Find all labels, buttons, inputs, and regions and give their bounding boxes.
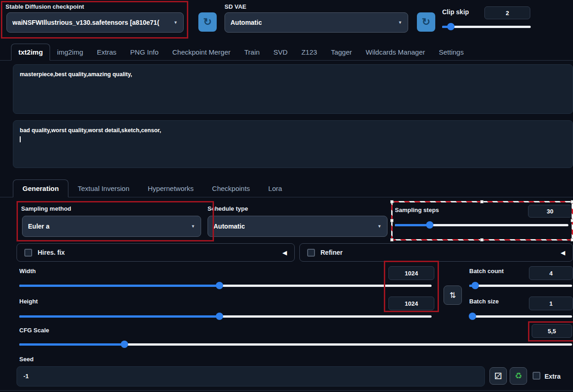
tab-txt2img[interactable]: txt2img xyxy=(11,44,50,61)
width-slider[interactable] xyxy=(19,282,432,290)
sd-vae-label: SD VAE xyxy=(225,3,246,10)
tab-svd[interactable]: SVD xyxy=(267,44,295,60)
hires-fix-accordion[interactable]: Hires. fix ◀ xyxy=(17,243,295,262)
slider-knob[interactable] xyxy=(216,313,223,320)
sampling-method-dropdown[interactable]: Euler a ▼ xyxy=(22,216,201,237)
tab-z123[interactable]: Z123 xyxy=(294,44,324,60)
schedule-type-value: Automatic xyxy=(213,223,245,230)
slider-fill xyxy=(19,285,219,287)
chevron-down-icon: ▼ xyxy=(191,224,195,229)
reuse-seed-button[interactable]: ♻ xyxy=(510,367,527,385)
tab-hypernetworks[interactable]: Hypernetworks xyxy=(139,180,203,197)
batch-count-number-input[interactable]: 4 xyxy=(529,266,573,280)
clip-skip-label: Clip skip xyxy=(442,8,469,16)
width-number-input[interactable]: 1024 xyxy=(388,266,434,280)
negative-prompt-textarea[interactable]: bad quality,worst quality,worst detail,s… xyxy=(13,120,573,168)
refiner-checkbox[interactable] xyxy=(307,249,315,257)
cfg-scale-number-input[interactable]: 5,5 xyxy=(532,324,572,338)
sampling-steps-number-input[interactable]: 30 xyxy=(528,205,572,218)
tab-img2img[interactable]: img2img xyxy=(50,44,90,60)
slider-knob[interactable] xyxy=(447,23,455,30)
height-slider[interactable] xyxy=(19,313,432,320)
refresh-vae-button[interactable]: ↻ xyxy=(417,12,435,32)
chevron-down-icon: ▼ xyxy=(174,20,178,25)
batch-size-label: Batch size xyxy=(469,298,499,305)
stable-diffusion-webui: Stable Diffusion checkpoint waiNSFWIllus… xyxy=(0,0,573,392)
width-label: Width xyxy=(19,268,36,274)
checkpoint-label: Stable Diffusion checkpoint xyxy=(6,3,84,10)
slider-fill xyxy=(19,315,219,318)
refiner-accordion[interactable]: Refiner ◀ xyxy=(299,243,573,262)
swap-axes-icon: ⇅ xyxy=(449,291,456,300)
batch-size-slider[interactable] xyxy=(469,313,572,320)
checkpoint-dropdown[interactable]: waiNSFWIllustrious_v130.safetensors [a81… xyxy=(6,12,184,33)
cfg-scale-label: CFG Scale xyxy=(19,327,49,334)
hires-fix-label: Hires. fix xyxy=(38,249,65,256)
bottom-divider xyxy=(0,390,573,391)
sampling-steps-slider[interactable] xyxy=(395,221,568,229)
dice-icon: ⚂ xyxy=(494,371,502,381)
refresh-icon: ↻ xyxy=(422,16,430,28)
collapse-arrow-icon[interactable]: ◀ xyxy=(561,249,565,256)
height-number-input[interactable]: 1024 xyxy=(388,297,434,310)
seed-label: Seed xyxy=(19,356,34,363)
refresh-icon: ↻ xyxy=(203,16,212,28)
collapse-arrow-icon[interactable]: ◀ xyxy=(282,249,287,256)
sd-vae-value: Automatic xyxy=(230,19,262,26)
random-seed-button[interactable]: ⚂ xyxy=(489,367,507,385)
sampling-method-label: Sampling method xyxy=(21,205,71,212)
tab-lora[interactable]: Lora xyxy=(259,180,291,197)
checkpoint-value: waiNSFWIllustrious_v130.safetensors [a81… xyxy=(12,19,159,26)
text-cursor xyxy=(20,136,21,142)
slider-track[interactable] xyxy=(469,285,572,287)
chevron-down-icon: ▼ xyxy=(377,224,382,229)
slider-track[interactable] xyxy=(442,26,531,28)
seed-extra-label: Extra xyxy=(545,373,561,380)
clip-skip-slider[interactable] xyxy=(442,23,531,31)
tab-png-info[interactable]: PNG Info xyxy=(124,44,166,60)
height-label: Height xyxy=(19,298,38,305)
slider-knob[interactable] xyxy=(121,341,128,348)
tab-tagger[interactable]: Tagger xyxy=(324,44,359,60)
schedule-type-label: Schedule type xyxy=(208,205,248,212)
batch-size-number-input[interactable]: 1 xyxy=(529,297,573,310)
refiner-label: Refiner xyxy=(320,249,343,256)
sub-tab-bar: GenerationTextual InversionHypernetworks… xyxy=(0,177,573,197)
seed-extra-checkbox[interactable] xyxy=(533,372,540,380)
refresh-checkpoint-button[interactable]: ↻ xyxy=(198,12,217,32)
tab-checkpoint-merger[interactable]: Checkpoint Merger xyxy=(165,44,237,60)
tab-checkpoints[interactable]: Checkpoints xyxy=(203,180,259,197)
slider-track[interactable] xyxy=(469,315,572,318)
seed-value: -1 xyxy=(23,372,29,381)
sampling-method-value: Euler a xyxy=(28,223,50,230)
negative-prompt-text: bad quality,worst quality,worst detail,s… xyxy=(20,127,161,134)
slider-fill xyxy=(395,224,430,226)
batch-count-slider[interactable] xyxy=(469,282,572,290)
slider-knob[interactable] xyxy=(469,313,476,320)
cfg-scale-slider[interactable] xyxy=(19,341,572,348)
tab-train[interactable]: Train xyxy=(237,44,267,60)
batch-count-label: Batch count xyxy=(469,268,504,274)
tab-extras[interactable]: Extras xyxy=(90,44,124,60)
tab-textual-inversion[interactable]: Textual Inversion xyxy=(68,180,139,197)
slider-knob[interactable] xyxy=(472,282,479,289)
slider-fill xyxy=(19,343,124,346)
schedule-type-dropdown[interactable]: Automatic ▼ xyxy=(208,216,388,237)
swap-dimensions-button[interactable]: ⇅ xyxy=(444,286,462,305)
prompt-textarea[interactable]: masterpiece,best quality,amazing quality… xyxy=(13,64,573,114)
main-tab-bar: txt2imgimg2imgExtrasPNG InfoCheckpoint M… xyxy=(0,43,573,61)
prompt-text: masterpiece,best quality,amazing quality… xyxy=(20,71,132,78)
slider-knob[interactable] xyxy=(426,221,433,229)
tab-settings[interactable]: Settings xyxy=(432,44,471,60)
chevron-down-icon: ▼ xyxy=(398,20,402,25)
seed-input[interactable]: -1 xyxy=(17,366,485,386)
clip-skip-number-input[interactable]: 2 xyxy=(484,6,530,19)
sd-vae-dropdown[interactable]: Automatic ▼ xyxy=(225,12,408,33)
hires-fix-checkbox[interactable] xyxy=(24,249,32,257)
recycle-icon: ♻ xyxy=(515,371,522,381)
sampling-steps-label: Sampling steps xyxy=(395,207,439,213)
slider-knob[interactable] xyxy=(216,282,223,289)
tab-generation[interactable]: Generation xyxy=(13,179,68,197)
tab-wildcards-manager[interactable]: Wildcards Manager xyxy=(359,44,432,60)
